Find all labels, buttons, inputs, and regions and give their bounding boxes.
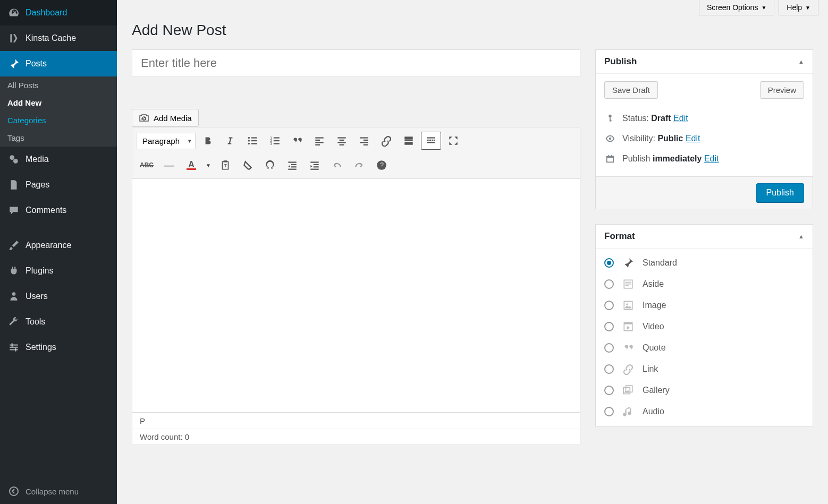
indent-button[interactable] bbox=[305, 156, 325, 174]
sidebar-sub-tags[interactable]: Tags bbox=[0, 129, 117, 147]
format-audio[interactable]: Audio bbox=[604, 405, 804, 418]
sidebar-item-settings[interactable]: Settings bbox=[0, 335, 117, 360]
format-standard[interactable]: Standard bbox=[604, 256, 804, 270]
sidebar-item-posts[interactable]: Posts bbox=[0, 51, 117, 76]
svg-rect-33 bbox=[364, 144, 368, 146]
outdent-button[interactable] bbox=[282, 156, 302, 174]
brush-icon bbox=[7, 239, 20, 252]
camera-icon bbox=[139, 113, 149, 123]
calendar-icon bbox=[604, 154, 616, 164]
text-color-caret[interactable]: ▼ bbox=[204, 163, 213, 168]
sidebar-item-kinsta[interactable]: Kinsta Cache bbox=[0, 25, 117, 51]
format-link[interactable]: Link bbox=[604, 362, 804, 376]
svg-rect-40 bbox=[432, 140, 433, 141]
svg-text:?: ? bbox=[380, 161, 384, 169]
svg-rect-50 bbox=[310, 161, 318, 163]
svg-rect-67 bbox=[626, 285, 629, 286]
screen-options-button[interactable]: Screen Options▼ bbox=[699, 0, 774, 15]
collapse-menu[interactable]: Collapse menu bbox=[0, 479, 117, 504]
radio-icon bbox=[604, 407, 614, 416]
format-video[interactable]: Video bbox=[604, 320, 804, 334]
undo-button[interactable] bbox=[327, 156, 347, 174]
format-gallery[interactable]: Gallery bbox=[604, 383, 804, 397]
link-button[interactable] bbox=[376, 132, 396, 150]
special-char-button[interactable] bbox=[260, 156, 280, 174]
triangle-up-icon[interactable]: ▲ bbox=[798, 233, 804, 240]
sidebar-label: Kinsta Cache bbox=[26, 33, 76, 43]
status-row: Status: Draft Edit bbox=[604, 108, 804, 129]
sidebar-item-pages[interactable]: Pages bbox=[0, 172, 117, 198]
schedule-row: Publish immediately Edit bbox=[604, 149, 804, 169]
help-button[interactable]: Help▼ bbox=[779, 0, 818, 15]
editor-content-area[interactable] bbox=[132, 179, 580, 413]
text-color-button[interactable]: A bbox=[181, 156, 201, 174]
post-title-input[interactable] bbox=[132, 49, 580, 77]
sidebar-item-comments[interactable]: Comments bbox=[0, 198, 117, 223]
radio-icon bbox=[604, 258, 614, 268]
italic-button[interactable] bbox=[220, 132, 240, 150]
bold-button[interactable] bbox=[198, 132, 218, 150]
align-right-button[interactable] bbox=[354, 132, 374, 150]
caret-down-icon: ▼ bbox=[805, 5, 810, 11]
edit-visibility-link[interactable]: Edit bbox=[686, 134, 700, 143]
sidebar-sub-all-posts[interactable]: All Posts bbox=[0, 76, 117, 94]
save-draft-button[interactable]: Save Draft bbox=[604, 81, 658, 99]
sidebar-sub-categories[interactable]: Categories bbox=[0, 112, 117, 129]
svg-rect-38 bbox=[427, 140, 428, 141]
main-content: Screen Options▼ Help▼ Add New Post Add M… bbox=[117, 0, 828, 504]
redo-button[interactable] bbox=[349, 156, 369, 174]
add-media-button[interactable]: Add Media bbox=[132, 109, 199, 127]
read-more-button[interactable] bbox=[399, 132, 419, 150]
svg-rect-62 bbox=[608, 155, 609, 157]
fullscreen-button[interactable] bbox=[443, 132, 463, 150]
edit-schedule-link[interactable]: Edit bbox=[704, 154, 719, 163]
svg-point-59 bbox=[609, 138, 612, 140]
format-aside[interactable]: Aside bbox=[604, 277, 804, 291]
paste-text-button[interactable]: T bbox=[215, 156, 235, 174]
svg-point-12 bbox=[248, 140, 250, 141]
horizontal-line-button[interactable]: — bbox=[159, 156, 179, 174]
bullet-list-button[interactable] bbox=[242, 132, 263, 150]
publish-button[interactable]: Publish bbox=[756, 183, 804, 202]
publish-header[interactable]: Publish ▲ bbox=[596, 50, 813, 74]
sidebar-item-plugins[interactable]: Plugins bbox=[0, 258, 117, 284]
clear-format-button[interactable] bbox=[238, 156, 258, 174]
align-center-button[interactable] bbox=[332, 132, 352, 150]
help-button-toolbar[interactable]: ? bbox=[371, 156, 392, 174]
format-header[interactable]: Format ▲ bbox=[596, 225, 813, 249]
sidebar-item-dashboard[interactable]: Dashboard bbox=[0, 0, 117, 25]
number-list-button[interactable]: 123 bbox=[265, 132, 285, 150]
svg-rect-28 bbox=[337, 142, 345, 143]
svg-rect-13 bbox=[251, 140, 257, 141]
svg-point-0 bbox=[10, 155, 14, 160]
paragraph-format-select[interactable]: Paragraph bbox=[137, 133, 196, 149]
sidebar-sub-add-new[interactable]: Add New bbox=[0, 94, 117, 112]
edit-status-link[interactable]: Edit bbox=[673, 114, 688, 123]
sidebar-item-tools[interactable]: Tools bbox=[0, 309, 117, 335]
svg-rect-52 bbox=[314, 166, 319, 167]
svg-rect-36 bbox=[404, 142, 412, 145]
publish-metabox: Publish ▲ Save Draft Preview Status: Dra… bbox=[595, 49, 813, 209]
dashboard-icon bbox=[7, 6, 20, 19]
sidebar-item-media[interactable]: Media bbox=[0, 147, 117, 172]
toolbar-toggle-button[interactable] bbox=[421, 132, 441, 150]
svg-rect-48 bbox=[291, 166, 297, 167]
blockquote-button[interactable] bbox=[287, 132, 307, 150]
format-image[interactable]: Image bbox=[604, 298, 804, 312]
pin-icon bbox=[621, 256, 635, 270]
settings-icon bbox=[7, 341, 20, 354]
strikethrough-button[interactable]: ABC bbox=[137, 156, 157, 174]
sidebar-item-appearance[interactable]: Appearance bbox=[0, 233, 117, 258]
format-quote[interactable]: Quote bbox=[604, 341, 804, 355]
align-left-button[interactable] bbox=[309, 132, 329, 150]
collapse-icon bbox=[7, 485, 20, 498]
page-title: Add New Post bbox=[132, 22, 813, 39]
svg-text:T: T bbox=[224, 163, 227, 168]
sidebar-submenu-posts: All Posts Add New Categories Tags bbox=[0, 76, 117, 147]
svg-rect-5 bbox=[10, 349, 18, 350]
svg-rect-32 bbox=[360, 142, 368, 143]
triangle-up-icon[interactable]: ▲ bbox=[798, 58, 804, 65]
sidebar-item-users[interactable]: Users bbox=[0, 284, 117, 309]
caret-down-icon: ▼ bbox=[761, 5, 766, 11]
preview-button[interactable]: Preview bbox=[760, 81, 804, 99]
